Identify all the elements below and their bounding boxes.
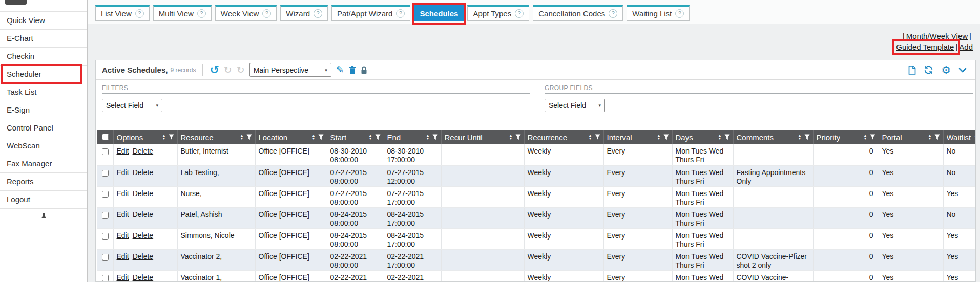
tab-list-view[interactable]: List View ? [95,5,150,21]
filter-funnel-icon[interactable] [724,134,730,140]
help-icon[interactable]: ? [262,9,271,18]
column-header-resource[interactable]: Resource ▲▼ [177,130,255,144]
column-header-interval[interactable]: Interval ▲▼ [603,130,672,144]
undo-icon[interactable]: ↺ [210,64,219,76]
tab-schedules[interactable]: Schedules [414,5,464,21]
select-all-checkbox[interactable] [102,134,109,140]
delete-link[interactable]: Delete [133,147,153,155]
filter-funnel-icon[interactable] [432,134,438,140]
filter-funnel-icon[interactable] [804,134,810,140]
sort-icon[interactable]: ▲▼ [718,134,722,140]
new-document-button[interactable] [908,66,916,75]
sort-icon[interactable]: ▲▼ [864,134,867,140]
edit-link[interactable]: Edit [117,189,129,198]
column-header-days[interactable]: Days ▲▼ [672,130,733,144]
delete-link[interactable]: Delete [133,231,153,240]
tab-pat-appt-wizard[interactable]: Pat/Appt Wizard ? [331,5,410,21]
help-icon[interactable]: ? [396,9,405,18]
row-checkbox[interactable] [102,275,109,281]
sidebar-item-checkin[interactable]: Checkin [0,48,87,66]
filter-funnel-icon[interactable] [870,134,875,140]
sidebar-item-task-list[interactable]: Task List [0,83,87,101]
help-icon[interactable]: ? [515,9,524,18]
filter-funnel-icon[interactable] [375,134,381,140]
delete-link[interactable]: Delete [133,189,153,198]
sidebar-item-control-panel[interactable]: Control Panel [0,119,87,137]
sort-icon[interactable]: ▲▼ [426,134,430,140]
sort-icon[interactable]: ▲▼ [589,134,592,140]
column-header-start[interactable]: Start ▲▼ [327,130,384,144]
column-header-comments[interactable]: Comments ▲▼ [733,130,813,144]
edit-link[interactable]: Edit [117,210,129,219]
help-icon[interactable]: ? [609,9,617,18]
filter-funnel-icon[interactable] [595,134,600,140]
delete-link[interactable]: Delete [133,273,153,281]
group-fields-select[interactable]: Select Field ▾ [545,99,605,112]
tab-appt-types[interactable]: Appt Types ? [467,5,529,21]
sort-icon[interactable]: ▲▼ [798,134,802,140]
filter-funnel-icon[interactable] [246,134,252,140]
row-checkbox[interactable] [102,212,109,219]
column-header-options[interactable]: Options ▲▼ [113,130,177,144]
sidebar-item-reports[interactable]: Reports [0,173,87,191]
tab-multi-view[interactable]: Multi View ? [153,5,212,21]
sidebar-item-webscan[interactable]: WebScan [0,137,87,155]
sort-icon[interactable]: ▲▼ [928,134,932,140]
sidebar-item-e-chart[interactable]: E-Chart [0,30,87,48]
edit-perspective-icon[interactable]: ✎ [336,65,344,75]
refresh-button[interactable] [924,65,933,75]
edit-link[interactable]: Edit [117,147,129,155]
sort-icon[interactable]: ▲▼ [162,134,166,140]
sort-icon[interactable]: ▲▼ [509,134,513,140]
column-header-end[interactable]: End ▲▼ [384,130,441,144]
settings-gear-icon[interactable]: ⚙ [941,64,951,75]
help-icon[interactable]: ? [135,9,144,18]
row-checkbox[interactable] [102,170,109,177]
column-header-recur-until[interactable]: Recur Until ▲▼ [441,130,524,144]
column-header-location[interactable]: Location ▲▼ [255,130,327,144]
tab-wizard[interactable]: Wizard ? [280,5,328,21]
sort-icon[interactable]: ▲▼ [657,134,661,140]
add-link[interactable]: Add [959,42,973,51]
tab-cancellation-codes[interactable]: Cancellation Codes ? [533,5,623,21]
lock-perspective-icon[interactable] [361,66,367,74]
row-checkbox[interactable] [102,233,109,240]
filter-funnel-icon[interactable] [318,134,324,140]
tab-week-view[interactable]: Week View ? [215,5,277,21]
column-header-recurrence[interactable]: Recurrence ▲▼ [524,130,603,144]
help-icon[interactable]: ? [314,9,322,18]
filter-funnel-icon[interactable] [934,134,940,140]
filters-field-select[interactable]: Select Field ▾ [102,99,162,112]
collapse-button[interactable] [958,68,967,73]
delete-perspective-icon[interactable] [349,66,356,74]
sort-icon[interactable]: ▲▼ [974,134,976,140]
row-checkbox[interactable] [102,148,109,155]
sidebar-item-quick-view[interactable]: Quick View [0,12,87,30]
sidebar-item-e-sign[interactable]: E-Sign [0,101,87,119]
sidebar-item-fax-manager[interactable]: Fax Manager [0,155,87,173]
filter-funnel-icon[interactable] [169,134,174,140]
column-header-portal[interactable]: Portal ▲▼ [879,130,943,144]
help-icon[interactable]: ? [675,9,684,18]
column-header-waitlist-po[interactable]: Waitlist Po ▲▼ [943,130,976,144]
month-week-view-link[interactable]: Month/Week View [906,32,968,40]
edit-link[interactable]: Edit [117,231,129,240]
sidebar-item-logout[interactable]: Logout [0,191,87,209]
delete-link[interactable]: Delete [133,252,153,261]
delete-link[interactable]: Delete [133,168,153,177]
sidebar-pin-button[interactable] [0,208,87,226]
edit-link[interactable]: Edit [117,273,129,281]
perspective-select[interactable]: Main Perspective ▾ [249,63,331,77]
sort-icon[interactable]: ▲▼ [312,134,316,140]
help-icon[interactable]: ? [197,9,206,18]
row-checkbox[interactable] [102,191,109,198]
filter-funnel-icon[interactable] [663,134,669,140]
guided-template-link[interactable]: Guided Template [896,42,954,51]
filter-funnel-icon[interactable] [515,134,521,140]
edit-link[interactable]: Edit [117,168,129,177]
row-checkbox[interactable] [102,254,109,261]
tab-waiting-list[interactable]: Waiting List ? [627,5,690,21]
sort-icon[interactable]: ▲▼ [240,134,244,140]
sort-icon[interactable]: ▲▼ [369,134,372,140]
sidebar-item-scheduler[interactable]: Scheduler [0,66,87,83]
